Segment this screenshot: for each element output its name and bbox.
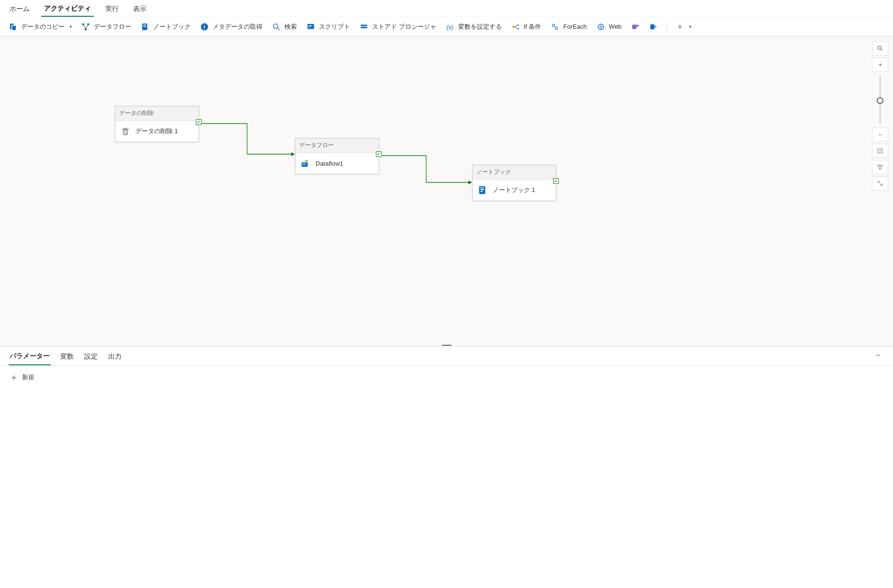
node-header: ノートブック xyxy=(473,165,556,180)
tool-dataflow-label: データフロー xyxy=(94,23,131,31)
notebook-icon xyxy=(141,23,149,31)
tool-script[interactable]: スクリプト xyxy=(303,21,354,33)
tool-add-more[interactable]: ▾ xyxy=(672,21,695,33)
zoom-out-button[interactable]: − xyxy=(872,127,888,142)
foreach-icon xyxy=(551,23,559,31)
success-check-icon: ✓ xyxy=(553,178,559,184)
node-header: データフロー xyxy=(295,138,379,153)
new-label: 新規 xyxy=(22,373,34,382)
tool-get-metadata[interactable]: i メタデータの取得 xyxy=(196,21,266,33)
tool-search[interactable]: 検索 xyxy=(268,21,301,33)
svg-rect-4 xyxy=(143,24,146,25)
tool-foreach[interactable]: ForEach xyxy=(547,21,590,33)
tool-outlook[interactable] xyxy=(645,21,662,33)
tool-dataflow[interactable]: データフロー xyxy=(78,21,135,33)
tool-stored-proc[interactable]: ストアド プロシージャ xyxy=(356,21,440,33)
success-check-icon: ✓ xyxy=(376,151,382,157)
btab-parameters[interactable]: パラメーター xyxy=(9,347,51,365)
svg-line-26 xyxy=(881,49,882,51)
tool-web[interactable]: Web xyxy=(593,21,626,33)
svg-rect-20 xyxy=(555,27,558,29)
activity-node-notebook[interactable]: ノートブック ノートブック 1 ✓ xyxy=(472,165,556,201)
svg-rect-5 xyxy=(143,26,146,27)
tool-notebook[interactable]: ノートブック xyxy=(137,21,194,33)
svg-rect-13 xyxy=(361,24,367,26)
panel-collapse-button[interactable] xyxy=(872,349,884,363)
svg-rect-41 xyxy=(480,188,484,189)
svg-rect-29 xyxy=(878,165,880,167)
svg-rect-42 xyxy=(480,189,484,190)
svg-rect-37 xyxy=(303,164,304,165)
svg-point-8 xyxy=(273,24,278,28)
top-tab-bar: ホーム アクティビティ 実行 表示 xyxy=(0,0,893,17)
fit-to-screen-button[interactable] xyxy=(872,144,888,158)
zoom-thumb[interactable] xyxy=(877,97,883,104)
svg-rect-24 xyxy=(650,24,654,29)
bottom-panel: パラメーター 変数 設定 出力 ＋ 新規 xyxy=(0,347,893,389)
svg-text:i: i xyxy=(204,23,205,29)
pipeline-canvas[interactable]: ＋ − データの削除 データの削除 1 ✓ データフロー xyxy=(0,36,893,347)
activity-toolbar: データのコピー ▾ データフロー ノートブック i メタデータの取得 検索 スク… xyxy=(0,17,893,36)
new-parameter-button[interactable]: ＋ 新規 xyxy=(10,372,34,383)
chevron-down-icon: ▾ xyxy=(689,24,691,29)
collapse-button[interactable] xyxy=(872,176,888,191)
tool-stored-proc-label: ストアド プロシージャ xyxy=(372,23,436,31)
panel-body: ＋ 新規 xyxy=(0,366,893,389)
svg-rect-11 xyxy=(309,25,313,26)
panel-resize-handle[interactable] xyxy=(441,345,453,348)
tool-teams[interactable] xyxy=(627,21,644,33)
search-icon xyxy=(272,23,281,31)
btab-variables[interactable]: 変数 xyxy=(59,348,75,365)
svg-point-25 xyxy=(878,46,881,49)
tool-copy-data-label: データのコピー xyxy=(21,23,65,31)
svg-point-17 xyxy=(517,24,519,25)
trash-icon xyxy=(120,126,131,136)
svg-rect-32 xyxy=(124,130,124,134)
chevron-down-icon: ▾ xyxy=(69,24,72,29)
canvas-side-tools: ＋ − xyxy=(872,41,888,191)
svg-rect-38 xyxy=(304,164,305,165)
activity-node-delete[interactable]: データの削除 データの削除 1 ✓ xyxy=(115,106,199,142)
bottom-tab-bar: パラメーター 変数 設定 出力 xyxy=(0,347,893,366)
zoom-in-button[interactable]: ＋ xyxy=(872,57,888,72)
svg-point-16 xyxy=(512,25,515,28)
tool-notebook-label: ノートブック xyxy=(153,23,191,31)
tool-get-metadata-label: メタデータの取得 xyxy=(213,23,262,31)
svg-rect-14 xyxy=(361,27,367,28)
btab-output[interactable]: 出力 xyxy=(107,348,123,365)
svg-point-1 xyxy=(87,23,90,25)
plus-icon xyxy=(676,23,684,31)
svg-point-23 xyxy=(636,24,639,27)
activity-node-dataflow[interactable]: データフロー Dataflow1 ✓ xyxy=(295,138,379,174)
svg-rect-19 xyxy=(553,24,555,26)
svg-point-0 xyxy=(82,23,85,25)
svg-rect-31 xyxy=(879,168,881,170)
tab-run[interactable]: 実行 xyxy=(102,1,122,16)
notebook-icon xyxy=(477,185,488,195)
svg-point-28 xyxy=(880,150,881,151)
tool-copy-data[interactable]: データのコピー ▾ xyxy=(5,21,76,33)
teams-icon xyxy=(631,23,640,31)
svg-point-18 xyxy=(517,28,519,29)
tab-display[interactable]: 表示 xyxy=(130,1,149,16)
canvas-search-button[interactable] xyxy=(872,41,888,56)
tool-search-label: 検索 xyxy=(284,23,297,31)
auto-layout-button[interactable] xyxy=(872,160,888,174)
tab-home[interactable]: ホーム xyxy=(7,1,33,16)
outlook-icon xyxy=(649,23,658,31)
tool-if-condition[interactable]: If 条件 xyxy=(508,21,545,33)
btab-settings[interactable]: 設定 xyxy=(83,348,99,365)
svg-rect-30 xyxy=(881,165,882,167)
tool-foreach-label: ForEach xyxy=(563,23,587,30)
web-icon xyxy=(597,23,605,31)
svg-rect-22 xyxy=(632,24,636,29)
toolbar-separator xyxy=(667,22,667,32)
tab-activity[interactable]: アクティビティ xyxy=(41,0,94,17)
svg-text:{x}: {x} xyxy=(446,23,453,30)
svg-rect-12 xyxy=(309,26,311,27)
node-header: データの削除 xyxy=(115,106,199,121)
tool-set-variable[interactable]: {x} 変数を設定する xyxy=(442,21,506,33)
tool-script-label: スクリプト xyxy=(319,23,350,31)
zoom-slider[interactable] xyxy=(880,76,881,124)
info-icon: i xyxy=(200,23,209,31)
